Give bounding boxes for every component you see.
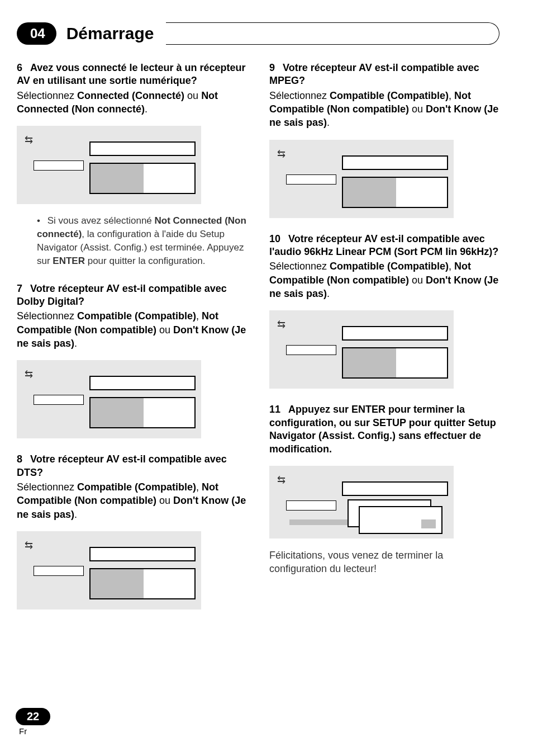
text: , (196, 310, 202, 322)
text: ou (156, 324, 173, 336)
text: . (74, 509, 77, 520)
dialog-titlebar (89, 547, 196, 561)
dialog-tab (34, 160, 84, 171)
step-9-answer: Sélectionnez Compatible (Compatible), No… (269, 89, 499, 130)
screenshot-step-7: ⇆ (17, 360, 201, 438)
step-10-question: 10Votre récepteur AV est-il compatible a… (269, 233, 499, 259)
step-10-number: 10 (269, 233, 280, 245)
text: Sélectionnez (17, 90, 77, 101)
step-6-note: Si vous avez sélectionné Not Connected (… (37, 214, 247, 267)
chapter-title: Démarrage (66, 24, 154, 43)
text: . (327, 288, 330, 299)
chapter-header: 04 Démarrage (17, 22, 499, 45)
step-7-qtext: Votre récepteur AV est-il compatible ave… (17, 283, 227, 307)
text: . (327, 117, 330, 128)
text: Sélectionnez (17, 481, 77, 493)
step-6-note-list: Si vous avez sélectionné Not Connected (… (17, 214, 247, 267)
nav-arrows-icon: ⇆ (25, 134, 33, 146)
dialog-titlebar (342, 481, 448, 496)
step-8-question: 8Votre récepteur AV est-il compatible av… (17, 453, 247, 479)
text: Si vous avez sélectionné (47, 215, 155, 226)
option-compatible: Compatible (Compatible) (330, 261, 449, 272)
right-column: 9Votre récepteur AV est-il compatible av… (269, 62, 499, 624)
dialog-tab (286, 345, 336, 355)
step-9-qtext: Votre récepteur AV est-il compatible ave… (269, 62, 479, 86)
step-11-question: 11Appuyez sur ENTER pour terminer la con… (269, 403, 499, 456)
dialog-card-front (359, 506, 442, 534)
step-7: 7Votre récepteur AV est-il compatible av… (17, 282, 247, 439)
content-columns: 6Avez vous connecté le lecteur à un réce… (17, 62, 499, 624)
step-11-qtext: Appuyez sur ENTER pour terminer la confi… (269, 404, 496, 454)
step-9-question: 9Votre récepteur AV est-il compatible av… (269, 62, 499, 88)
screenshot-step-11: ⇆ (269, 466, 454, 538)
header-rule (166, 22, 499, 45)
nav-arrows-icon: ⇆ (25, 368, 33, 380)
step-7-question: 7Votre récepteur AV est-il compatible av… (17, 282, 247, 309)
text: pour quitter la configuration. (85, 256, 205, 266)
text: ou (184, 90, 201, 101)
step-10: 10Votre récepteur AV est-il compatible a… (269, 233, 499, 389)
page-number-badge: 22 (16, 708, 50, 725)
text: Sélectionnez (269, 90, 330, 101)
chapter-number-badge: 04 (17, 22, 56, 45)
option-compatible: Compatible (Compatible) (77, 481, 196, 493)
closing-text: Félicitations, vous venez de terminer la… (269, 549, 499, 576)
option-compatible: Compatible (Compatible) (330, 90, 449, 101)
screenshot-step-6: ⇆ (17, 126, 201, 204)
text: . (74, 338, 77, 349)
step-8-answer: Sélectionnez Compatible (Compatible), No… (17, 480, 247, 521)
dialog-titlebar (342, 326, 448, 341)
dialog-titlebar (89, 141, 196, 156)
text: , (449, 261, 454, 272)
step-11: 11Appuyez sur ENTER pour terminer la con… (269, 403, 499, 575)
step-7-number: 7 (17, 282, 22, 295)
step-6-answer: Sélectionnez Connected (Connecté) ou Not… (17, 89, 247, 116)
screenshot-step-8: ⇆ (17, 531, 201, 609)
language-code: Fr (19, 726, 50, 736)
step-10-answer: Sélectionnez Compatible (Compatible), No… (269, 259, 499, 300)
page: 04 Démarrage 6Avez vous connecté le lect… (0, 0, 533, 756)
left-column: 6Avez vous connecté le lecteur à un réce… (17, 62, 247, 624)
step-8: 8Votre récepteur AV est-il compatible av… (17, 453, 247, 609)
dialog-tab (286, 500, 336, 511)
page-footer: 22 Fr (16, 708, 50, 736)
step-7-answer: Sélectionnez Compatible (Compatible), No… (17, 309, 247, 350)
text: ou (409, 275, 426, 286)
nav-arrows-icon: ⇆ (277, 318, 285, 330)
nav-arrows-icon: ⇆ (277, 148, 285, 160)
dialog-body (342, 177, 448, 208)
key-enter: ENTER (53, 256, 85, 266)
dialog-body (89, 163, 196, 194)
dialog-titlebar (342, 155, 448, 170)
text: Sélectionnez (17, 310, 77, 322)
step-6-number: 6 (17, 62, 22, 74)
dialog-body (89, 568, 196, 599)
step-9: 9Votre récepteur AV est-il compatible av… (269, 62, 499, 218)
step-8-qtext: Votre récepteur AV est-il compatible ave… (17, 453, 227, 478)
step-8-number: 8 (17, 453, 22, 466)
text: Sélectionnez (269, 261, 330, 272)
step-11-number: 11 (269, 403, 280, 416)
step-6-question: 6Avez vous connecté le lecteur à un réce… (17, 62, 247, 88)
step-9-number: 9 (269, 62, 275, 74)
text: , (196, 481, 202, 493)
text: ou (409, 103, 426, 115)
dialog-stack (348, 499, 448, 534)
nav-arrows-icon: ⇆ (277, 474, 285, 486)
screenshot-step-10: ⇆ (269, 310, 454, 389)
text: , (449, 90, 454, 101)
dialog-titlebar (89, 376, 196, 390)
step-6-qtext: Avez vous connecté le lecteur à un récep… (17, 62, 246, 86)
option-connected: Connected (Connecté) (77, 90, 184, 101)
dialog-tab (34, 566, 84, 576)
step-6: 6Avez vous connecté le lecteur à un réce… (17, 62, 247, 268)
step-10-qtext: Votre récepteur AV est-il compatible ave… (269, 233, 498, 257)
text: ou (156, 495, 173, 506)
text: . (145, 103, 147, 115)
dialog-tab (34, 395, 84, 405)
option-compatible: Compatible (Compatible) (77, 310, 196, 322)
dialog-body (342, 347, 448, 379)
dialog-tab (286, 174, 336, 185)
screenshot-step-9: ⇆ (269, 140, 454, 218)
dialog-body (89, 397, 196, 428)
